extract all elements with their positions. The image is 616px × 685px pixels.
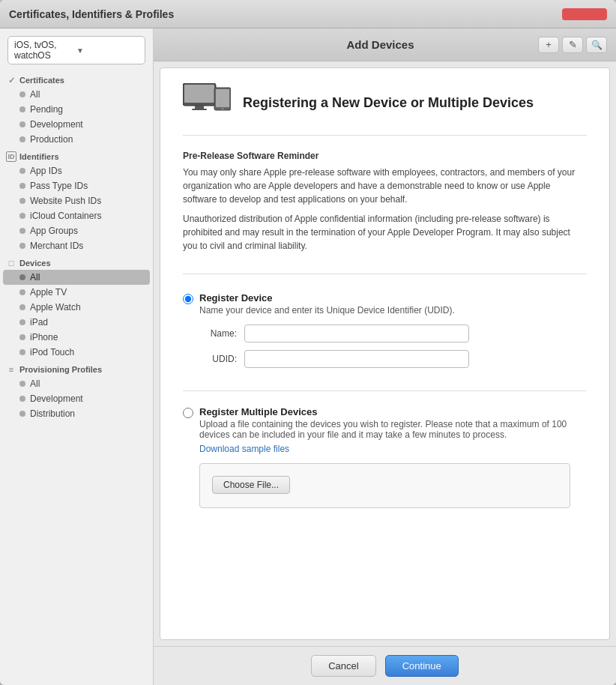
dot-icon bbox=[19, 411, 25, 417]
main-layout: iOS, tvOS, watchOS ▼ ✓ Certificates All … bbox=[0, 28, 616, 685]
svg-rect-5 bbox=[216, 89, 229, 107]
dot-icon bbox=[19, 381, 25, 387]
edit-button[interactable]: ✎ bbox=[562, 37, 583, 53]
register-multiple-desc: Upload a file containing the devices you… bbox=[199, 419, 587, 440]
register-device-content: Register Device Name your device and ent… bbox=[199, 292, 455, 316]
provisioning-section-header: ≡ Provisioning Profiles bbox=[0, 360, 153, 376]
sidebar-item-label: iPhone bbox=[30, 332, 58, 342]
sidebar-item-ipad[interactable]: iPad bbox=[0, 315, 153, 330]
dot-icon bbox=[19, 289, 25, 295]
name-form-row: Name: bbox=[199, 325, 587, 342]
certificates-section-header: ✓ Certificates bbox=[0, 70, 153, 87]
register-device-desc: Name your device and enter its Unique De… bbox=[199, 305, 455, 316]
chevron-down-icon: ▼ bbox=[76, 46, 139, 55]
sidebar-item-pp-all[interactable]: All bbox=[0, 376, 153, 391]
sidebar-item-app-ids[interactable]: App IDs bbox=[0, 163, 153, 178]
sidebar-item-label: Development bbox=[30, 119, 83, 130]
register-device-option: Register Device Name your device and ent… bbox=[183, 292, 587, 316]
device-header: Registering a New Device or Multiple Dev… bbox=[183, 83, 587, 136]
platform-dropdown-label: iOS, tvOS, watchOS bbox=[14, 40, 76, 61]
sidebar-item-label: Apple Watch bbox=[30, 302, 81, 313]
sidebar-item-label: Pending bbox=[30, 104, 63, 115]
register-multiple-content: Register Multiple Devices Upload a file … bbox=[199, 406, 587, 454]
download-sample-link[interactable]: Download sample files bbox=[199, 444, 289, 454]
certificates-icon: ✓ bbox=[6, 75, 16, 85]
add-button[interactable]: + bbox=[538, 37, 559, 53]
prerelease-paragraph1: You may only share Apple pre-release sof… bbox=[183, 166, 587, 206]
dot-icon bbox=[19, 396, 25, 402]
sidebar-item-label: Website Push IDs bbox=[30, 196, 101, 206]
sidebar-item-website-push-ids[interactable]: Website Push IDs bbox=[0, 193, 153, 208]
content-inner: Registering a New Device or Multiple Dev… bbox=[160, 68, 609, 523]
dot-icon bbox=[19, 121, 25, 127]
sidebar-item-cert-development[interactable]: Development bbox=[0, 117, 153, 132]
sidebar-item-icloud-containers[interactable]: iCloud Containers bbox=[0, 208, 153, 223]
continue-button[interactable]: Continue bbox=[385, 655, 459, 677]
dot-icon bbox=[19, 198, 25, 204]
svg-rect-3 bbox=[192, 109, 207, 110]
page-title: Registering a New Device or Multiple Dev… bbox=[243, 95, 534, 111]
devices-label: Devices bbox=[19, 259, 51, 268]
sidebar-item-ipod-touch[interactable]: iPod Touch bbox=[0, 345, 153, 360]
register-device-radio[interactable] bbox=[183, 294, 193, 304]
platform-dropdown[interactable]: iOS, tvOS, watchOS ▼ bbox=[7, 36, 145, 64]
dot-icon bbox=[19, 304, 25, 310]
svg-rect-1 bbox=[184, 85, 214, 103]
provisioning-label: Provisioning Profiles bbox=[19, 365, 102, 374]
sidebar-item-pass-type-ids[interactable]: Pass Type IDs bbox=[0, 178, 153, 193]
dot-icon bbox=[19, 349, 25, 355]
provisioning-icon: ≡ bbox=[6, 364, 16, 375]
devices-icon: □ bbox=[6, 258, 16, 268]
toolbar: Add Devices + ✎ 🔍 bbox=[154, 28, 616, 61]
search-button[interactable]: 🔍 bbox=[586, 37, 607, 53]
name-label: Name: bbox=[199, 328, 244, 339]
sidebar-item-merchant-ids[interactable]: Merchant IDs bbox=[0, 238, 153, 253]
udid-input[interactable] bbox=[244, 350, 469, 368]
close-button[interactable] bbox=[562, 8, 607, 20]
sidebar-item-apple-watch[interactable]: Apple Watch bbox=[0, 300, 153, 315]
dot-icon bbox=[19, 213, 25, 219]
sidebar-item-label: Pass Type IDs bbox=[30, 181, 88, 191]
sidebar-item-label: Development bbox=[30, 393, 83, 404]
dot-icon bbox=[19, 168, 25, 174]
svg-rect-2 bbox=[195, 106, 204, 109]
app-window: Certificates, Identifiers & Profiles iOS… bbox=[0, 0, 616, 685]
cancel-button[interactable]: Cancel bbox=[311, 655, 375, 677]
sidebar-item-cert-all[interactable]: All bbox=[0, 87, 153, 102]
dot-icon bbox=[19, 136, 25, 142]
sidebar-item-cert-production[interactable]: Production bbox=[0, 132, 153, 147]
sidebar-item-pp-development[interactable]: Development bbox=[0, 391, 153, 406]
udid-form-row: UDID: bbox=[199, 350, 587, 368]
sidebar-item-app-groups[interactable]: App Groups bbox=[0, 223, 153, 238]
sidebar-item-label: App IDs bbox=[30, 166, 62, 176]
name-input[interactable] bbox=[244, 325, 469, 342]
sidebar-item-devices-all[interactable]: All bbox=[3, 270, 150, 285]
sidebar-item-label: All bbox=[30, 89, 40, 100]
certificates-label: Certificates bbox=[19, 76, 64, 85]
register-multiple-section: Register Multiple Devices Upload a file … bbox=[183, 406, 587, 508]
sidebar-item-iphone[interactable]: iPhone bbox=[0, 330, 153, 345]
dot-icon bbox=[19, 319, 25, 325]
svg-point-6 bbox=[222, 108, 224, 110]
bottom-bar: Cancel Continue bbox=[154, 646, 616, 685]
sidebar-item-cert-pending[interactable]: Pending bbox=[0, 102, 153, 117]
register-multiple-label: Register Multiple Devices bbox=[199, 406, 587, 417]
window-title: Certificates, Identifiers & Profiles bbox=[9, 8, 562, 20]
toolbar-title: Add Devices bbox=[223, 38, 538, 51]
udid-label: UDID: bbox=[199, 354, 244, 364]
sidebar-item-pp-distribution[interactable]: Distribution bbox=[0, 406, 153, 421]
register-device-section: Register Device Name your device and ent… bbox=[183, 292, 587, 391]
sidebar-item-apple-tv[interactable]: Apple TV bbox=[0, 285, 153, 300]
dot-icon bbox=[19, 274, 25, 280]
sidebar-item-label: All bbox=[30, 378, 40, 389]
sidebar-item-label: Apple TV bbox=[30, 287, 67, 298]
register-multiple-radio[interactable] bbox=[183, 408, 193, 418]
file-upload-area: Choose File... bbox=[199, 463, 570, 508]
devices-section-header: □ Devices bbox=[0, 253, 153, 270]
dot-icon bbox=[19, 183, 25, 189]
sidebar-item-label: iPod Touch bbox=[30, 347, 74, 357]
choose-file-button[interactable]: Choose File... bbox=[212, 476, 290, 494]
content-area: Add Devices + ✎ 🔍 bbox=[154, 28, 616, 685]
device-icon bbox=[183, 83, 231, 123]
dot-icon bbox=[19, 228, 25, 234]
